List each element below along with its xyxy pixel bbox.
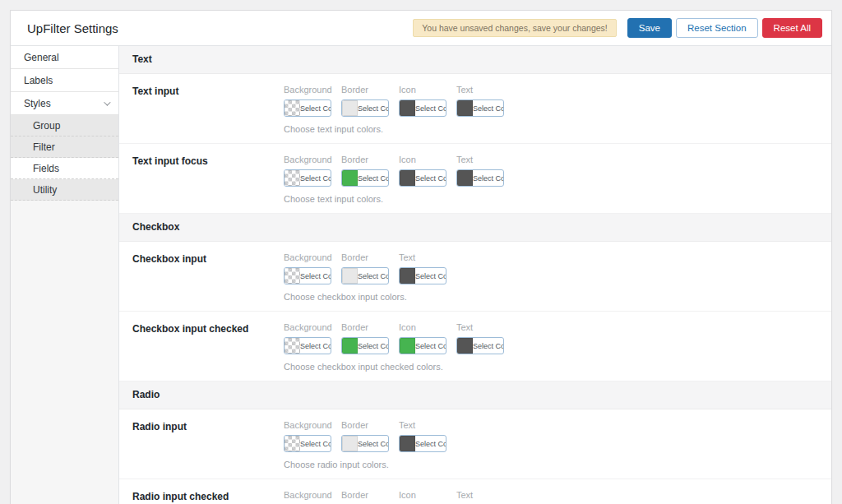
select-color-label: Select Color bbox=[473, 100, 504, 116]
color-swatch bbox=[400, 100, 415, 116]
field-label: Icon bbox=[399, 322, 446, 332]
select-color-button[interactable]: Select Color bbox=[399, 435, 446, 452]
field-label: Background bbox=[284, 322, 331, 332]
color-swatch bbox=[285, 170, 300, 186]
color-swatch bbox=[342, 338, 358, 354]
select-color-button[interactable]: Select Color bbox=[284, 337, 331, 354]
color-field-background: BackgroundSelect Color bbox=[284, 490, 331, 504]
section-title: Checkbox bbox=[132, 221, 179, 233]
page-title: UpFilter Settings bbox=[27, 21, 413, 35]
setting-description: Choose text input colors. bbox=[284, 124, 818, 134]
select-color-button[interactable]: Select Color bbox=[399, 169, 446, 187]
field-label: Text bbox=[456, 155, 504, 164]
select-color-button[interactable]: Select Color bbox=[341, 435, 389, 452]
select-color-button[interactable]: Select Color bbox=[341, 337, 389, 354]
color-swatch bbox=[342, 268, 358, 284]
sidebar-item-filter[interactable]: Filter bbox=[11, 136, 118, 158]
reset-all-button[interactable]: Reset All bbox=[762, 18, 822, 38]
color-swatch bbox=[400, 436, 415, 451]
setting-row: Checkbox input checkedBackgroundSelect C… bbox=[119, 312, 831, 381]
sidebar-item-label: Fields bbox=[33, 163, 109, 174]
select-color-button[interactable]: Select Color bbox=[284, 99, 331, 117]
color-field-text: TextSelect Color bbox=[399, 252, 446, 284]
select-color-button[interactable]: Select Color bbox=[284, 169, 331, 187]
color-field-background: BackgroundSelect Color bbox=[284, 322, 331, 354]
color-field-text: TextSelect Color bbox=[456, 85, 504, 117]
color-field-background: BackgroundSelect Color bbox=[284, 85, 331, 117]
select-color-label: Select Color bbox=[415, 170, 446, 186]
color-field-border: BorderSelect Color bbox=[341, 420, 389, 452]
select-color-label: Select Color bbox=[358, 338, 389, 354]
color-swatch bbox=[457, 170, 473, 186]
fields-wrap: BackgroundSelect ColorBorderSelect Color… bbox=[284, 85, 818, 134]
save-button[interactable]: Save bbox=[627, 18, 672, 38]
select-color-label: Select Color bbox=[300, 100, 331, 116]
color-swatch bbox=[342, 170, 358, 186]
setting-label: Text input bbox=[132, 85, 284, 134]
setting-label: Radio input bbox=[132, 420, 284, 469]
color-swatch bbox=[285, 100, 300, 116]
field-label: Background bbox=[284, 420, 331, 430]
select-color-button[interactable]: Select Color bbox=[456, 99, 504, 117]
setting-row: Checkbox inputBackgroundSelect ColorBord… bbox=[119, 242, 831, 312]
section-header-text: Text bbox=[119, 46, 831, 74]
color-swatch bbox=[457, 100, 473, 116]
sidebar-item-labels[interactable]: Labels bbox=[11, 69, 118, 92]
sidebar-item-label: Labels bbox=[24, 75, 109, 86]
select-color-button[interactable]: Select Color bbox=[399, 99, 446, 117]
color-field-icon: IconSelect Color bbox=[399, 155, 446, 187]
select-color-label: Select Color bbox=[358, 100, 389, 116]
fields-wrap: BackgroundSelect ColorBorderSelect Color… bbox=[284, 420, 818, 469]
setting-row: Text input focusBackgroundSelect ColorBo… bbox=[119, 144, 831, 214]
select-color-button[interactable]: Select Color bbox=[399, 337, 446, 354]
color-field-background: BackgroundSelect Color bbox=[284, 420, 331, 452]
color-swatch bbox=[400, 268, 415, 284]
color-swatch bbox=[285, 338, 300, 354]
main-layout: GeneralLabelsStylesGroupFilterFieldsUtil… bbox=[11, 46, 831, 504]
select-color-button[interactable]: Select Color bbox=[284, 435, 331, 452]
color-field-border: BorderSelect Color bbox=[341, 322, 389, 354]
color-field-border: BorderSelect Color bbox=[341, 85, 389, 117]
setting-description: Choose checkbox input checked colors. bbox=[284, 362, 818, 372]
select-color-button[interactable]: Select Color bbox=[341, 99, 389, 117]
select-color-button[interactable]: Select Color bbox=[341, 267, 389, 284]
select-color-button[interactable]: Select Color bbox=[399, 267, 446, 284]
fields-wrap: BackgroundSelect ColorBorderSelect Color… bbox=[284, 155, 818, 204]
sidebar-item-styles[interactable]: Styles bbox=[11, 92, 118, 115]
sidebar-item-utility[interactable]: Utility bbox=[11, 179, 118, 201]
section-title: Radio bbox=[132, 389, 160, 400]
select-color-label: Select Color bbox=[358, 436, 389, 451]
color-field-text: TextSelect Color bbox=[456, 490, 504, 504]
field-label: Border bbox=[341, 490, 389, 500]
field-label: Border bbox=[341, 155, 389, 164]
select-color-button[interactable]: Select Color bbox=[284, 267, 331, 284]
select-color-button[interactable]: Select Color bbox=[456, 169, 504, 187]
setting-description: Choose text input colors. bbox=[284, 194, 818, 204]
reset-section-button[interactable]: Reset Section bbox=[676, 18, 758, 38]
field-label: Background bbox=[284, 155, 331, 164]
color-field-icon: IconSelect Color bbox=[399, 322, 446, 354]
setting-description: Choose checkbox input colors. bbox=[284, 292, 818, 302]
section-header-radio: Radio bbox=[119, 381, 831, 409]
select-color-button[interactable]: Select Color bbox=[341, 169, 389, 187]
section-title: Text bbox=[132, 53, 152, 65]
field-label: Text bbox=[399, 252, 446, 262]
sidebar-item-label: Group bbox=[33, 120, 109, 132]
sidebar-item-fields[interactable]: Fields bbox=[11, 158, 118, 179]
setting-row: Radio input checkedBackgroundSelect Colo… bbox=[119, 479, 831, 504]
select-color-label: Select Color bbox=[415, 100, 446, 116]
sidebar-item-general[interactable]: General bbox=[11, 46, 118, 69]
field-label: Icon bbox=[399, 155, 446, 164]
color-field-text: TextSelect Color bbox=[456, 322, 504, 354]
sidebar-item-label: General bbox=[24, 52, 109, 63]
select-color-button[interactable]: Select Color bbox=[456, 337, 504, 354]
settings-panel: UpFilter Settings You have unsaved chang… bbox=[10, 10, 832, 504]
color-field-border: BorderSelect Color bbox=[341, 252, 389, 284]
color-fields: BackgroundSelect ColorBorderSelect Color… bbox=[284, 155, 818, 187]
field-label: Text bbox=[399, 420, 446, 430]
select-color-label: Select Color bbox=[358, 170, 389, 186]
select-color-label: Select Color bbox=[473, 170, 504, 186]
color-swatch bbox=[285, 268, 300, 284]
color-fields: BackgroundSelect ColorBorderSelect Color… bbox=[284, 490, 818, 504]
sidebar-item-group[interactable]: Group bbox=[11, 115, 118, 136]
